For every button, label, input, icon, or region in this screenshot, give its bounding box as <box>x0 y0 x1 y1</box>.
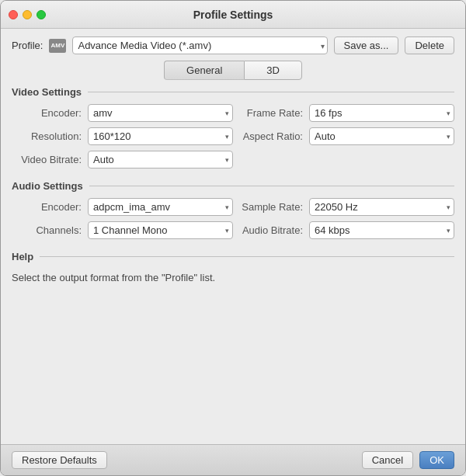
profile-row: Profile: AMV Advance Media Video (*.amv)… <box>12 36 454 54</box>
audio-settings-divider <box>89 186 454 186</box>
audio-encoder-label: Encoder: <box>12 201 82 213</box>
audio-bitrate-select-wrapper: 64 kbps ▾ <box>309 221 454 239</box>
tabs-row: General 3D <box>12 61 454 80</box>
video-framerate-select[interactable]: 16 fps <box>309 104 454 122</box>
video-encoder-select[interactable]: amv <box>88 104 233 122</box>
video-bitrate-label: Video Bitrate: <box>12 154 82 165</box>
video-encoder-field: Encoder: amv ▾ <box>12 104 233 122</box>
audio-channels-bitrate-row: Channels: 1 Channel Mono ▾ Audio Bitrate… <box>12 221 454 239</box>
audio-settings-title: Audio Settings <box>12 180 83 192</box>
video-bitrate-field: Video Bitrate: Auto ▾ <box>12 151 233 169</box>
audio-samplerate-field: Sample Rate: 22050 Hz ▾ <box>233 198 454 216</box>
audio-channels-select-wrapper: 1 Channel Mono ▾ <box>88 221 233 239</box>
video-resolution-aspectratio-row: Resolution: 160*120 ▾ Aspect Ratio: Auto… <box>12 127 454 145</box>
video-bitrate-select[interactable]: Auto <box>88 151 233 169</box>
video-resolution-select-wrapper: 160*120 ▾ <box>88 127 233 145</box>
profile-select[interactable]: Advance Media Video (*.amv) <box>72 36 327 54</box>
delete-button[interactable]: Delete <box>405 36 454 54</box>
restore-defaults-button[interactable]: Restore Defaults <box>12 451 107 469</box>
video-resolution-select[interactable]: 160*120 <box>88 127 233 145</box>
ok-button[interactable]: OK <box>419 451 454 469</box>
video-aspectratio-select-wrapper: Auto ▾ <box>309 127 454 145</box>
footer: Restore Defaults Cancel OK <box>1 444 465 475</box>
cancel-button[interactable]: Cancel <box>362 451 413 469</box>
audio-settings-section: Audio Settings Encoder: adpcm_ima_amv ▾ … <box>12 180 454 245</box>
audio-bitrate-label: Audio Bitrate: <box>233 224 303 236</box>
audio-channels-select[interactable]: 1 Channel Mono <box>88 221 233 239</box>
video-aspectratio-select[interactable]: Auto <box>309 127 454 145</box>
audio-encoder-select-wrapper: adpcm_ima_amv ▾ <box>88 198 233 216</box>
audio-encoder-select[interactable]: adpcm_ima_amv <box>88 198 233 216</box>
maximize-button[interactable] <box>37 10 46 19</box>
video-resolution-field: Resolution: 160*120 ▾ <box>12 127 233 145</box>
video-framerate-select-wrapper: 16 fps ▾ <box>309 104 454 122</box>
video-encoder-label: Encoder: <box>12 107 82 119</box>
tab-3d[interactable]: 3D <box>244 61 302 80</box>
video-resolution-label: Resolution: <box>12 130 82 142</box>
video-framerate-label: Frame Rate: <box>233 107 303 119</box>
profile-label: Profile: <box>12 40 43 51</box>
audio-bitrate-field: Audio Bitrate: 64 kbps ▾ <box>233 221 454 239</box>
audio-encoder-field: Encoder: adpcm_ima_amv ▾ <box>12 198 233 216</box>
help-divider <box>40 256 454 257</box>
audio-samplerate-select[interactable]: 22050 Hz <box>309 198 454 216</box>
title-bar: Profile Settings <box>1 1 465 29</box>
profile-icon-badge: AMV <box>49 39 66 53</box>
video-aspectratio-field: Aspect Ratio: Auto ▾ <box>233 127 454 145</box>
help-header: Help <box>12 251 454 262</box>
video-settings-divider <box>88 92 454 92</box>
audio-settings-header: Audio Settings <box>12 180 454 192</box>
help-text: Select the output format from the "Profi… <box>12 269 454 287</box>
video-settings-section: Video Settings Encoder: amv ▾ Frame Rate… <box>12 86 454 174</box>
save-as-button[interactable]: Save as... <box>334 36 399 54</box>
minimize-button[interactable] <box>23 10 32 19</box>
video-settings-title: Video Settings <box>12 86 82 98</box>
video-bitrate-select-wrapper: Auto ▾ <box>88 151 233 169</box>
tab-general[interactable]: General <box>164 61 244 80</box>
audio-samplerate-label: Sample Rate: <box>233 201 303 213</box>
video-bitrate-row: Video Bitrate: Auto ▾ <box>12 151 454 169</box>
audio-channels-field: Channels: 1 Channel Mono ▾ <box>12 221 233 239</box>
help-section: Help Select the output format from the "… <box>12 251 454 436</box>
close-button[interactable] <box>9 10 18 19</box>
audio-encoder-samplerate-row: Encoder: adpcm_ima_amv ▾ Sample Rate: 22… <box>12 198 454 216</box>
video-encoder-select-wrapper: amv ▾ <box>88 104 233 122</box>
audio-bitrate-select[interactable]: 64 kbps <box>309 221 454 239</box>
main-content: Profile: AMV Advance Media Video (*.amv)… <box>1 29 465 444</box>
video-aspectratio-label: Aspect Ratio: <box>233 130 303 142</box>
video-framerate-field: Frame Rate: 16 fps ▾ <box>233 104 454 122</box>
window-title: Profile Settings <box>193 9 273 21</box>
traffic-lights <box>9 10 46 19</box>
video-encoder-framerate-row: Encoder: amv ▾ Frame Rate: 16 fps ▾ <box>12 104 454 122</box>
footer-right: Cancel OK <box>362 451 454 469</box>
profile-select-wrapper: Advance Media Video (*.amv) ▾ <box>72 36 327 54</box>
video-settings-header: Video Settings <box>12 86 454 98</box>
help-title: Help <box>12 251 33 262</box>
audio-channels-label: Channels: <box>12 224 82 236</box>
audio-samplerate-select-wrapper: 22050 Hz ▾ <box>309 198 454 216</box>
